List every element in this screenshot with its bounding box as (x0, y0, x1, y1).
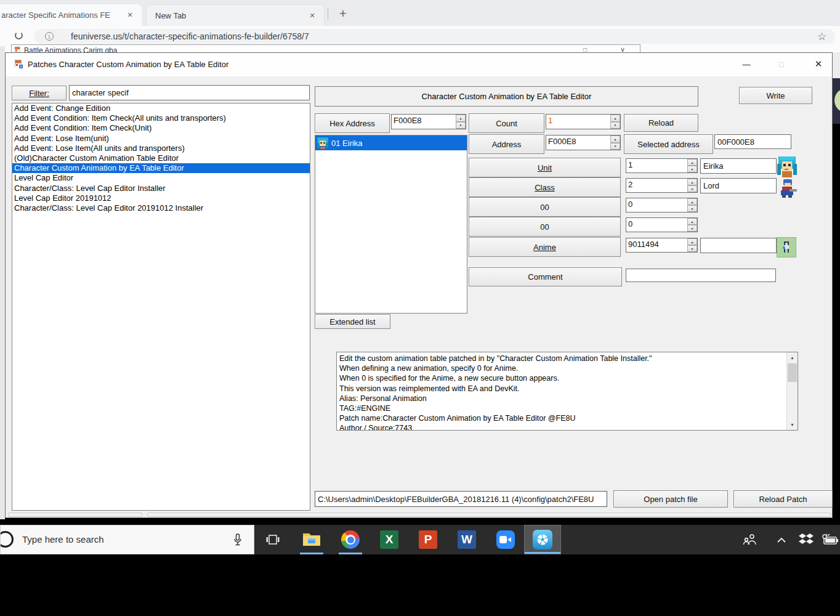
address-value[interactable]: F000E8 (546, 136, 610, 150)
unit-button[interactable]: Unit (469, 158, 621, 177)
dialog-titlebar[interactable]: Patches Character Custom Animation by EA… (6, 53, 832, 76)
taskbar-excel[interactable]: X (376, 525, 403, 554)
count-value[interactable]: 1 (546, 115, 610, 129)
byte1-button[interactable]: 00 (469, 197, 621, 217)
patch-path-field[interactable]: C:\Users\admin\Desktop\FEBuilderGBA_2018… (315, 491, 607, 507)
tab-1-close-icon[interactable]: ✕ (124, 10, 135, 21)
comment-button[interactable]: Comment (469, 267, 622, 286)
maximize-button[interactable]: □ (775, 58, 788, 70)
browser-tab-1[interactable]: aracter Specific Animations FE ✕ (0, 4, 142, 26)
spin-down-icon[interactable]: ▼ (687, 245, 697, 252)
taskbar-search[interactable]: Type here to search (0, 525, 254, 554)
count-button[interactable]: Count (469, 113, 544, 133)
patch-list-item[interactable]: Level Cap Editor 20191012 (12, 193, 310, 203)
byte2-value[interactable]: 0 (626, 218, 687, 232)
selected-address-button[interactable]: Selected address (624, 134, 713, 154)
byte2-button[interactable]: 00 (469, 217, 621, 237)
cortana-icon[interactable] (0, 531, 14, 548)
background-window-maximize-icon[interactable]: □ (583, 46, 587, 52)
class-button[interactable]: Class (469, 177, 621, 197)
scroll-up-icon[interactable]: ▲ (787, 352, 798, 363)
taskbar-file-explorer[interactable] (298, 525, 325, 554)
url-text[interactable]: feuniverse.us/t/character-specific-anima… (71, 31, 309, 41)
filter-input[interactable]: character specif (69, 85, 310, 100)
spin-up-icon[interactable]: ▲ (456, 115, 466, 122)
spin-down-icon[interactable]: ▼ (456, 122, 466, 129)
address-spinner[interactable]: F000E8 ▲▼ (546, 135, 621, 150)
patch-list-item[interactable]: Add Event: Lose Item(All units and trans… (12, 144, 310, 153)
reload-patch-button[interactable]: Reload Patch (733, 490, 833, 508)
unit-name-field[interactable]: Eirika (700, 158, 777, 174)
anime-value[interactable]: 9011494 (626, 238, 687, 252)
patch-list-item[interactable]: Add Event Condition: Item Check(Unit) (12, 123, 310, 133)
browser-tab-2[interactable]: New Tab ✕ (146, 4, 325, 26)
patch-list-item[interactable]: Character/Class: Level Cap Editor 201910… (12, 203, 310, 213)
background-window-titlebar[interactable]: Battle Animations Carim.gba □ ∨ (11, 44, 640, 52)
tray-people-button[interactable] (742, 532, 758, 549)
selected-address-field[interactable]: 00F000E8 (714, 134, 791, 149)
patch-list-item[interactable]: Add Event: Lose Item(unit) (12, 134, 310, 144)
patch-listbox[interactable]: Add Event: Change Edition Add Event Cond… (12, 103, 310, 511)
spin-up-icon[interactable]: ▲ (687, 218, 697, 225)
taskbar-word[interactable]: W (453, 525, 480, 554)
byte2-spinner[interactable]: 0 ▲▼ (626, 217, 698, 232)
patch-list-item-selected[interactable]: Character Custom Animation by EA Table E… (12, 163, 310, 173)
class-name-field[interactable]: Lord (700, 178, 777, 193)
tab-2-close-icon[interactable]: ✕ (307, 10, 318, 21)
close-button[interactable]: ✕ (812, 58, 825, 70)
reload-button[interactable]: Reload (624, 114, 698, 132)
spin-up-icon[interactable]: ▲ (687, 159, 697, 166)
minimize-button[interactable]: — (740, 58, 753, 70)
spin-up-icon[interactable]: ▲ (687, 179, 697, 185)
taskbar-powerpoint[interactable]: P (414, 525, 442, 554)
byte1-spinner[interactable]: 0 ▲▼ (626, 198, 698, 213)
taskbar-chrome[interactable] (337, 525, 364, 554)
unit-spinner[interactable]: 1 ▲▼ (626, 158, 698, 173)
new-tab-button[interactable]: + (335, 6, 351, 22)
tray-battery[interactable] (822, 533, 839, 548)
scroll-down-icon[interactable]: ▼ (787, 419, 798, 430)
microphone-icon[interactable] (232, 533, 243, 548)
spin-down-icon[interactable]: ▼ (610, 122, 620, 129)
spin-down-icon[interactable]: ▼ (687, 185, 697, 192)
taskbar-zoom[interactable] (492, 525, 519, 554)
anime-button[interactable]: Anime (469, 237, 621, 257)
patch-list-item[interactable]: Level Cap Editor (12, 173, 310, 183)
spin-up-icon[interactable]: ▲ (687, 198, 697, 205)
background-window-chevron-icon[interactable]: ∨ (620, 46, 625, 52)
reload-icon[interactable] (15, 31, 23, 39)
entry-item-selected[interactable]: 01 Eirika (315, 136, 467, 150)
tray-show-hidden-icons[interactable] (776, 535, 787, 546)
address-button[interactable]: Address (469, 134, 544, 154)
extended-list-button[interactable]: Extended list (315, 314, 390, 329)
hex-address-spinner[interactable]: F000E8 ▲▼ (391, 114, 466, 129)
class-spinner[interactable]: 2 ▲▼ (626, 178, 698, 193)
search-placeholder[interactable]: Type here to search (22, 534, 104, 545)
spin-down-icon[interactable]: ▼ (610, 143, 620, 150)
description-scrollbar[interactable]: ▲ ▼ (786, 352, 798, 430)
patch-list-item[interactable]: Add Event: Change Edition (12, 103, 310, 113)
open-patch-file-button[interactable]: Open patch file (613, 490, 728, 508)
task-view-button[interactable] (259, 525, 286, 554)
hex-address-button[interactable]: Hex Address (315, 113, 390, 133)
filter-button[interactable]: Filter: (12, 86, 67, 100)
taskbar-febuilder[interactable] (524, 525, 561, 554)
spin-up-icon[interactable]: ▲ (610, 136, 620, 143)
anime-name-field[interactable] (700, 238, 777, 253)
count-spinner[interactable]: 1 ▲▼ (546, 114, 621, 129)
scrollbar-thumb[interactable] (788, 363, 797, 382)
anime-spinner[interactable]: 9011494 ▲▼ (626, 238, 698, 253)
hex-address-value[interactable]: F000E8 (392, 115, 456, 129)
spin-down-icon[interactable]: ▼ (687, 166, 697, 172)
byte1-value[interactable]: 0 (626, 198, 687, 212)
patch-list-item[interactable]: Add Event Condition: Item Check(All unit… (12, 113, 310, 123)
url-bar[interactable]: i feuniverse.us/t/character-specific-ani… (34, 29, 835, 44)
patch-list-item[interactable]: Character/Class: Level Cap Editor Instal… (12, 184, 310, 193)
bookmark-star-icon[interactable]: ☆ (817, 30, 826, 43)
comment-field[interactable] (626, 269, 776, 282)
unit-value[interactable]: 1 (626, 159, 687, 172)
spin-down-icon[interactable]: ▼ (687, 205, 697, 212)
class-value[interactable]: 2 (626, 179, 687, 192)
tray-dropbox[interactable] (798, 532, 814, 549)
info-icon[interactable]: i (45, 32, 54, 41)
